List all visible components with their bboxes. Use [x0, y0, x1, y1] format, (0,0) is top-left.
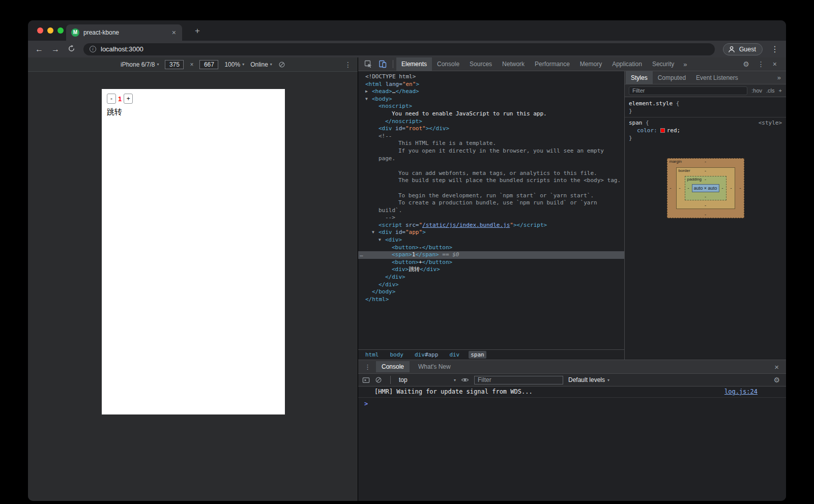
console-sidebar-icon[interactable] [362, 376, 370, 384]
tree-node[interactable]: The build step will place the bundled sc… [358, 177, 624, 185]
tab-close-icon[interactable]: × [171, 29, 177, 36]
tree-node[interactable]: ▶<head>…</head> [358, 88, 624, 96]
tree-node[interactable]: </div> [358, 274, 624, 281]
tree-node[interactable]: <div id="root"></div> [358, 125, 624, 133]
tree-node[interactable]: ▼<div> [358, 236, 624, 244]
viewport-height-input[interactable] [199, 60, 218, 69]
expand-arrow-closed-icon[interactable]: ▶ [365, 88, 372, 96]
tree-node[interactable]: This HTML file is a template. [358, 140, 624, 147]
toggle-class-button[interactable]: .cls [766, 87, 775, 94]
settings-gear-icon[interactable]: ⚙ [743, 60, 749, 68]
new-tab-button[interactable]: + [192, 25, 203, 37]
element-style-rule[interactable]: element.style { [625, 100, 786, 107]
devtools-menu-icon[interactable]: ⋮ [758, 60, 765, 68]
drawer-close-icon[interactable]: × [771, 363, 782, 371]
box-model-padding[interactable]: padding - - - - auto × auto [685, 176, 726, 200]
tree-node[interactable]: <div>跳转</div> [358, 266, 624, 274]
jump-link[interactable]: 跳转 [107, 107, 280, 117]
tree-node[interactable]: --> [358, 214, 624, 222]
tree-node[interactable]: page. [358, 155, 624, 163]
breadcrumb-item-span[interactable]: span [469, 351, 486, 359]
browser-tab[interactable]: M preact-kbone × [66, 24, 182, 41]
expand-arrow-open-icon[interactable]: ▼ [379, 236, 385, 244]
forward-icon[interactable]: → [51, 45, 60, 53]
devtools-tab-console[interactable]: Console [432, 57, 464, 71]
log-levels-select[interactable]: Default levels ▾ [568, 376, 609, 383]
tree-node[interactable]: </html> [358, 296, 624, 304]
increment-button[interactable]: + [124, 94, 133, 104]
zoom-select[interactable]: 100% ▾ [224, 61, 244, 68]
tree-node[interactable]: <button>+</button> [358, 259, 624, 266]
breadcrumb-item-body[interactable]: body [388, 351, 406, 359]
viewport-width-input[interactable] [165, 60, 184, 69]
rotate-viewport-icon[interactable] [278, 61, 285, 68]
tree-node[interactable]: <script src="/static/js/index.bundle.js"… [358, 222, 624, 229]
more-tabs-icon[interactable]: » [679, 57, 691, 71]
execution-context-select[interactable]: top ▾ [399, 376, 456, 383]
devtools-tab-performance[interactable]: Performance [530, 57, 575, 71]
console-settings-gear-icon[interactable]: ⚙ [773, 376, 782, 384]
expand-arrow-open-icon[interactable]: ▼ [372, 229, 379, 236]
devtools-tab-sources[interactable]: Sources [464, 57, 497, 71]
devtools-tab-memory[interactable]: Memory [575, 57, 607, 71]
drawer-menu-icon[interactable]: ⋮ [362, 363, 373, 371]
tree-node[interactable]: <!-- [358, 133, 624, 140]
style-source-link[interactable]: <style> [759, 119, 782, 127]
zoom-window-button[interactable] [57, 27, 64, 34]
box-model-margin[interactable]: margin - - - - border - - - [667, 158, 744, 218]
tree-node[interactable] [358, 185, 624, 192]
tab-event-listeners[interactable]: Event Listeners [691, 71, 743, 84]
box-model-border[interactable]: border - - - - padding - - [676, 167, 735, 209]
toggle-hover-button[interactable]: :hov [751, 87, 762, 94]
devtools-tab-application[interactable]: Application [607, 57, 647, 71]
tree-node[interactable]: <noscript> [358, 103, 624, 110]
tree-node[interactable]: <button>-</button> [358, 244, 624, 252]
browser-menu-icon[interactable]: ⋮ [771, 45, 779, 53]
tree-node[interactable]: </div> [358, 281, 624, 289]
throttling-select[interactable]: Online ▾ [250, 61, 272, 68]
tree-node[interactable]: </noscript> [358, 118, 624, 126]
device-toolbar-toggle-icon[interactable] [379, 60, 387, 68]
tree-node[interactable]: You need to enable JavaScript to run thi… [358, 110, 624, 118]
profile-button[interactable]: Guest [723, 43, 763, 55]
tree-node[interactable]: ▼<div id="app"> [358, 229, 624, 236]
expand-arrow-open-icon[interactable]: ▼ [365, 96, 372, 103]
tree-node[interactable]: To create a production bundle, use `npm … [358, 199, 624, 207]
breadcrumb-item-div[interactable]: div [447, 351, 461, 359]
breadcrumb-item-html[interactable]: html [363, 351, 381, 359]
minimize-window-button[interactable] [47, 27, 53, 34]
box-model-content[interactable]: auto × auto [692, 184, 719, 192]
breadcrumb-item-div#app[interactable]: div#app [413, 351, 440, 359]
tree-node[interactable]: <html lang="en"> [358, 81, 624, 88]
tree-node[interactable]: To begin the development, run `npm start… [358, 192, 624, 200]
drawer-tab-whats-new[interactable]: What's New [413, 361, 456, 372]
drawer-tab-console[interactable]: Console [376, 361, 410, 372]
live-expression-eye-icon[interactable] [461, 376, 469, 384]
devtools-close-icon[interactable]: × [773, 60, 777, 68]
clear-console-icon[interactable] [375, 376, 382, 383]
tab-computed[interactable]: Computed [653, 71, 691, 84]
tree-node[interactable]: If you open it directly in the browser, … [358, 147, 624, 155]
address-bar[interactable]: i localhost:3000 [83, 43, 715, 55]
tree-node[interactable]: You can add webfonts, meta tags, or anal… [358, 170, 624, 177]
device-type-select[interactable]: iPhone 6/7/8 ▾ [121, 61, 159, 68]
tree-node[interactable]: <!DOCTYPE html> [358, 73, 624, 81]
color-swatch[interactable] [660, 128, 665, 133]
more-styles-tabs-icon[interactable]: » [773, 71, 785, 84]
log-source-link[interactable]: log.js:24 [724, 388, 758, 395]
page-info-icon[interactable]: i [90, 46, 96, 52]
tree-node-selected[interactable]: …<span>1</span> == $0 [358, 251, 624, 259]
back-icon[interactable]: ← [35, 45, 43, 53]
reload-icon[interactable] [68, 45, 75, 54]
device-toolbar-menu-icon[interactable]: ⋮ [344, 61, 352, 69]
inspect-element-icon[interactable] [364, 60, 372, 68]
close-window-button[interactable] [37, 27, 43, 34]
tree-node[interactable]: build`. [358, 207, 624, 215]
tab-styles[interactable]: Styles [626, 71, 653, 84]
tree-node[interactable]: ▼<body> [358, 96, 624, 103]
css-declaration[interactable]: color: red; [625, 127, 786, 134]
new-style-rule-button[interactable]: + [779, 87, 782, 94]
tree-node[interactable] [358, 162, 624, 170]
devtools-tab-security[interactable]: Security [647, 57, 679, 71]
console-filter-input[interactable] [474, 376, 563, 384]
